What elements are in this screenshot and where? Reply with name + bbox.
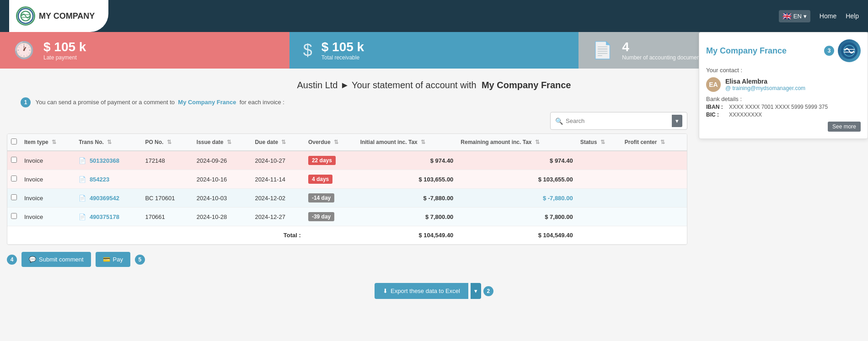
row-profit-center-3 xyxy=(621,208,687,226)
row-overdue-2: -14 day xyxy=(305,189,357,208)
export-excel-button[interactable]: ⬇ Export these data to Excel xyxy=(375,283,468,299)
row-overdue-1: 4 days xyxy=(305,170,357,189)
info-message: 1 You can send a promise of payment or a… xyxy=(7,97,861,107)
row-checkbox-2[interactable] xyxy=(11,194,17,200)
row-checkbox-0[interactable] xyxy=(11,157,17,163)
col-issue-date[interactable]: Issue date ⇅ xyxy=(193,134,252,151)
search-box: 🔍 ▾ xyxy=(550,112,687,130)
total-initial: $ 104,549.40 xyxy=(357,226,457,245)
kpi-total-receivable: $ $ 105 k Total receivable xyxy=(289,32,579,69)
table-row: Invoice 📄 854223 2024-10-16 2024-11-14 4… xyxy=(7,170,687,189)
pdf-icon-1: 📄 xyxy=(79,176,86,183)
company-name: My Company France xyxy=(706,46,787,56)
lang-selector[interactable]: 🇬🇧 EN ▾ xyxy=(779,10,810,22)
search-dropdown-button[interactable]: ▾ xyxy=(672,115,682,127)
export-bar: ⬇ Export these data to Excel ▾ 2 xyxy=(0,274,868,313)
row-issue-date-0: 2024-09-26 xyxy=(193,151,252,170)
info-suffix: for each invoice : xyxy=(240,99,284,106)
download-icon: ⬇ xyxy=(383,288,388,294)
title-company: My Company France xyxy=(482,80,571,90)
title-prefix: Austin Ltd ► Your statement of account w… xyxy=(297,80,477,90)
trans-link-1[interactable]: 854223 xyxy=(90,176,109,183)
col-po-no[interactable]: PO No. ⇅ xyxy=(141,134,193,151)
row-due-date-2: 2024-12-02 xyxy=(251,189,304,208)
row-checkbox-1[interactable] xyxy=(11,176,17,181)
badge-1: 1 xyxy=(21,97,31,107)
company-logo xyxy=(838,39,861,62)
pdf-icon-0: 📄 xyxy=(79,157,86,164)
nav-help[interactable]: Help xyxy=(846,12,859,20)
table-row: Invoice 📄 490369542 BC 170601 2024-10-03… xyxy=(7,189,687,208)
row-status-3 xyxy=(577,208,621,226)
row-remaining-amount-2: $ -7,880.00 xyxy=(457,189,576,208)
kpi-receivable-amount: $ 105 k xyxy=(321,40,364,54)
select-all-checkbox[interactable] xyxy=(11,139,17,144)
col-initial-amount[interactable]: Initial amount inc. Tax ⇅ xyxy=(357,134,457,151)
trans-link-3[interactable]: 490375178 xyxy=(90,213,119,220)
overdue-badge-2: -14 day xyxy=(308,193,334,202)
docs-icon: 📄 xyxy=(592,41,613,60)
row-trans-no-0[interactable]: 📄 501320368 xyxy=(75,151,141,170)
col-overdue[interactable]: Overdue ⇅ xyxy=(305,134,357,151)
row-trans-no-3[interactable]: 📄 490375178 xyxy=(75,208,141,226)
row-issue-date-3: 2024-10-28 xyxy=(193,208,252,226)
row-initial-amount-3: $ 7,800.00 xyxy=(357,208,457,226)
kpi-docs-count: 4 xyxy=(622,40,704,54)
overdue-badge-0: 22 days xyxy=(308,156,336,165)
col-profit-center[interactable]: Profit center ⇅ xyxy=(621,134,687,151)
col-item-type[interactable]: Item type ⇅ xyxy=(21,134,75,151)
row-overdue-3: -39 day xyxy=(305,208,357,226)
overdue-badge-1: 4 days xyxy=(308,175,332,184)
header-nav: 🇬🇧 EN ▾ Home Help xyxy=(779,10,859,22)
flag-icon: 🇬🇧 xyxy=(782,12,792,21)
row-item-type-1: Invoice xyxy=(21,170,75,189)
trans-link-2[interactable]: 490369542 xyxy=(90,195,119,202)
table-row: Invoice 📄 490375178 170661 2024-10-28 20… xyxy=(7,208,687,226)
pdf-icon-2: 📄 xyxy=(79,195,86,202)
row-checkbox-cell-3[interactable] xyxy=(7,208,21,226)
pay-button[interactable]: 💳 Pay xyxy=(96,252,130,267)
row-profit-center-1 xyxy=(621,170,687,189)
row-checkbox-cell-1[interactable] xyxy=(7,170,21,189)
logo-icon xyxy=(16,6,35,26)
row-initial-amount-2: $ -7,880.00 xyxy=(357,189,457,208)
row-item-type-2: Invoice xyxy=(21,189,75,208)
invoice-table: Item type ⇅ Trans No. ⇅ PO No. ⇅ Issue d… xyxy=(7,134,687,245)
select-all-col[interactable] xyxy=(7,134,21,151)
row-trans-no-2[interactable]: 📄 490369542 xyxy=(75,189,141,208)
submit-comment-button[interactable]: 💬 Submit comment xyxy=(21,252,91,267)
search-input[interactable] xyxy=(566,117,669,124)
row-initial-amount-0: $ 974.40 xyxy=(357,151,457,170)
col-status[interactable]: Status ⇅ xyxy=(577,134,621,151)
export-dropdown-button[interactable]: ▾ xyxy=(471,283,481,299)
main-content: Austin Ltd ► Your statement of account w… xyxy=(0,69,868,274)
row-checkbox-cell-2[interactable] xyxy=(7,189,21,208)
nav-home[interactable]: Home xyxy=(820,12,836,20)
row-item-type-3: Invoice xyxy=(21,208,75,226)
row-remaining-amount-3: $ 7,800.00 xyxy=(457,208,576,226)
row-item-type-0: Invoice xyxy=(21,151,75,170)
col-due-date[interactable]: Due date ⇅ xyxy=(251,134,304,151)
total-remaining: $ 104,549.40 xyxy=(457,226,576,245)
search-icon: 🔍 xyxy=(555,117,563,125)
table-header-row: Item type ⇅ Trans No. ⇅ PO No. ⇅ Issue d… xyxy=(7,134,687,151)
row-checkbox-3[interactable] xyxy=(11,213,17,219)
row-trans-no-1[interactable]: 📄 854223 xyxy=(75,170,141,189)
row-status-0 xyxy=(577,151,621,170)
company-badge: 3 xyxy=(824,46,834,56)
row-checkbox-cell-0[interactable] xyxy=(7,151,21,170)
total-row: Total : $ 104,549.40 $ 104,549.40 xyxy=(7,226,687,245)
row-po-no-1 xyxy=(141,170,193,189)
col-remaining-amount[interactable]: Remaining amount inc. Tax ⇅ xyxy=(457,134,576,151)
info-prefix: You can send a promise of payment or a c… xyxy=(36,99,175,106)
export-label: Export these data to Excel xyxy=(391,288,460,294)
row-due-date-0: 2024-10-27 xyxy=(251,151,304,170)
badge-4: 4 xyxy=(7,255,17,265)
invoice-table-container: Item type ⇅ Trans No. ⇅ PO No. ⇅ Issue d… xyxy=(7,133,687,245)
col-trans-no[interactable]: Trans No. ⇅ xyxy=(75,134,141,151)
pay-icon: 💳 xyxy=(103,256,110,263)
trans-link-0[interactable]: 501320368 xyxy=(90,157,119,164)
row-profit-center-2 xyxy=(621,189,687,208)
logo-text: MY COMPANY xyxy=(39,11,95,21)
info-company: My Company France xyxy=(178,99,236,106)
